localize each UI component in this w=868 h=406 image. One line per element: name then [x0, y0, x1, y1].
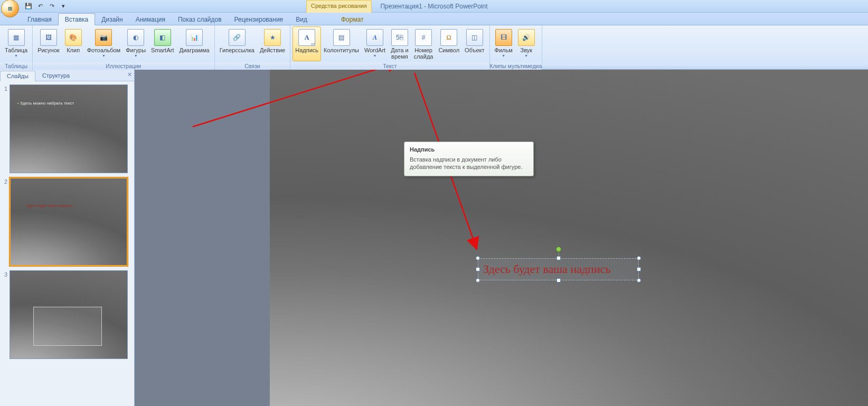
rotate-handle[interactable] [556, 247, 561, 252]
ribbon-tabs: Главная Вставка Дизайн Анимация Показ сл… [0, 13, 868, 25]
btn-hyperlink[interactable]: 🔗 Гиперссылка [217, 26, 257, 61]
btn-wordart-label: WordArt [364, 47, 385, 53]
thumb-text: ▪ Здесь можно набрать текст [17, 101, 81, 106]
ribbon: ▦ Таблица ▼ Таблицы 🖼 Рисунок 🎨 Клип 📷 Ф… [0, 25, 868, 70]
group-text-label: Текст [290, 62, 489, 70]
slidenumber-icon: # [415, 29, 432, 46]
panel-tab-outline[interactable]: Структура [35, 70, 77, 81]
thumb-row[interactable]: 3 [2, 270, 132, 359]
headerfooter-icon: ▤ [333, 29, 350, 46]
btn-sound-label: Звук [521, 47, 533, 53]
btn-slidenumber-label: Номер слайда [414, 47, 433, 60]
slide-thumbnail-2[interactable]: Здесь будет ваша надпись [10, 177, 128, 266]
btn-symbol-label: Символ [438, 47, 459, 53]
btn-smartart[interactable]: ◧ SmartArt [148, 26, 176, 61]
shapes-icon: ◐ [127, 29, 144, 46]
slide-panel: Слайды Структура ✕ 1 ▪ Здесь можно набра… [0, 70, 135, 406]
btn-wordart[interactable]: A WordArt ▼ [362, 26, 388, 61]
btn-smartart-label: SmartArt [151, 47, 174, 53]
thumb-text: Здесь будет ваша надпись [26, 204, 72, 207]
contextual-tab-label: Средства рисования [306, 0, 372, 13]
group-tables: ▦ Таблица ▼ Таблицы [0, 25, 33, 69]
btn-picture-label: Рисунок [37, 47, 60, 53]
qat-save-icon[interactable]: 💾 [23, 1, 34, 12]
office-button[interactable]: ⊞ [1, 0, 19, 17]
btn-object[interactable]: ◫ Объект [462, 26, 487, 61]
tab-home[interactable]: Главная [21, 14, 58, 25]
object-icon: ◫ [466, 29, 483, 46]
slide-thumbnail-1[interactable]: ▪ Здесь можно набрать текст [10, 84, 128, 173]
btn-action[interactable]: ★ Действие [257, 26, 288, 61]
panel-tab-slides[interactable]: Слайды [0, 71, 35, 81]
dropdown-arrow-icon: ▼ [502, 54, 505, 58]
tab-animation[interactable]: Анимация [129, 14, 172, 25]
dropdown-arrow-icon: ▼ [373, 54, 377, 58]
tab-slideshow[interactable]: Показ слайдов [172, 14, 228, 25]
btn-hyperlink-label: Гиперссылка [220, 47, 254, 53]
resize-handle-nw[interactable] [476, 256, 480, 260]
resize-handle-w[interactable] [476, 267, 480, 271]
tab-review[interactable]: Рецензирование [228, 14, 290, 25]
clipart-icon: 🎨 [65, 29, 82, 46]
tab-format[interactable]: Формат [335, 14, 370, 25]
group-text: A▭ Надпись ▤ Колонтитулы A WordArt ▼ 5⎘ … [290, 25, 489, 69]
panel-close-icon[interactable]: ✕ [127, 71, 132, 78]
btn-chart[interactable]: 📊 Диаграмма [177, 26, 212, 61]
dropdown-arrow-icon: ▼ [134, 54, 138, 58]
btn-movie-label: Фильм [495, 47, 513, 53]
window-title: Презентация1 - Microsoft PowerPoint [0, 3, 868, 10]
textbox-text[interactable]: Здесь будет ваша надпись [483, 262, 610, 276]
qat-undo-icon[interactable]: ↶ [35, 1, 45, 12]
datetime-icon: 5⎘ [391, 29, 408, 46]
thumb-placeholder-box [33, 307, 102, 346]
btn-object-label: Объект [465, 47, 484, 53]
btn-headerfooter-label: Колонтитулы [324, 47, 359, 53]
btn-movie[interactable]: 🎞 Фильм ▼ [492, 26, 515, 61]
btn-slidenumber[interactable]: # Номер слайда [411, 26, 436, 61]
btn-action-label: Действие [260, 47, 285, 53]
btn-headerfooter[interactable]: ▤ Колонтитулы [321, 26, 362, 61]
btn-sound[interactable]: 🔊 Звук ▼ [515, 26, 537, 61]
resize-handle-n[interactable] [556, 256, 561, 260]
tab-view[interactable]: Вид [289, 14, 314, 25]
table-icon: ▦ [8, 29, 25, 46]
resize-handle-e[interactable] [637, 267, 641, 271]
btn-table[interactable]: ▦ Таблица ▼ [2, 26, 30, 61]
tab-insert[interactable]: Вставка [58, 13, 96, 25]
btn-datetime[interactable]: 5⎘ Дата и время [388, 26, 411, 61]
picture-icon: 🖼 [40, 29, 57, 46]
current-slide[interactable] [270, 70, 868, 406]
thumbnail-list[interactable]: 1 ▪ Здесь можно набрать текст 2 Здесь бу… [0, 81, 134, 406]
resize-handle-ne[interactable] [637, 256, 641, 260]
dropdown-arrow-icon: ▼ [102, 54, 106, 58]
btn-textbox-label: Надпись [295, 47, 318, 53]
slide-thumbnail-3[interactable] [10, 270, 128, 359]
btn-clip[interactable]: 🎨 Клип [62, 26, 84, 61]
qat-customize-icon[interactable]: ▾ [58, 1, 69, 12]
thumb-row[interactable]: 2 Здесь будет ваша надпись [2, 177, 132, 266]
btn-shapes[interactable]: ◐ Фигуры ▼ [123, 26, 148, 61]
thumb-row[interactable]: 1 ▪ Здесь можно набрать текст [2, 84, 132, 173]
slide-background [270, 70, 868, 406]
resize-handle-se[interactable] [637, 278, 641, 282]
dropdown-arrow-icon: ▼ [524, 54, 528, 58]
chart-icon: 📊 [186, 29, 203, 46]
thumb-number: 1 [2, 84, 10, 173]
group-illustrations: 🖼 Рисунок 🎨 Клип 📷 Фотоальбом ▼ ◐ Фигуры… [33, 25, 215, 69]
group-media-label: Клипы мультимедиа [490, 62, 542, 70]
thumb-number: 3 [2, 270, 10, 359]
btn-album[interactable]: 📷 Фотоальбом ▼ [84, 26, 124, 61]
btn-datetime-label: Дата и время [391, 47, 409, 60]
resize-handle-s[interactable] [556, 278, 561, 282]
btn-picture[interactable]: 🖼 Рисунок [35, 26, 62, 61]
resize-handle-sw[interactable] [476, 278, 480, 282]
tab-design[interactable]: Дизайн [95, 14, 129, 25]
btn-symbol[interactable]: Ω Символ [436, 26, 462, 61]
btn-table-label: Таблица [5, 47, 27, 53]
group-tables-label: Таблицы [0, 62, 32, 70]
textbox-selection[interactable]: Здесь будет ваша надпись [478, 258, 639, 280]
qat-redo-icon[interactable]: ↷ [46, 1, 57, 12]
slide-editor[interactable]: Здесь будет ваша надпись Надпись Вставка… [135, 70, 868, 406]
workspace: Слайды Структура ✕ 1 ▪ Здесь можно набра… [0, 70, 868, 406]
btn-textbox[interactable]: A▭ Надпись [293, 26, 321, 61]
